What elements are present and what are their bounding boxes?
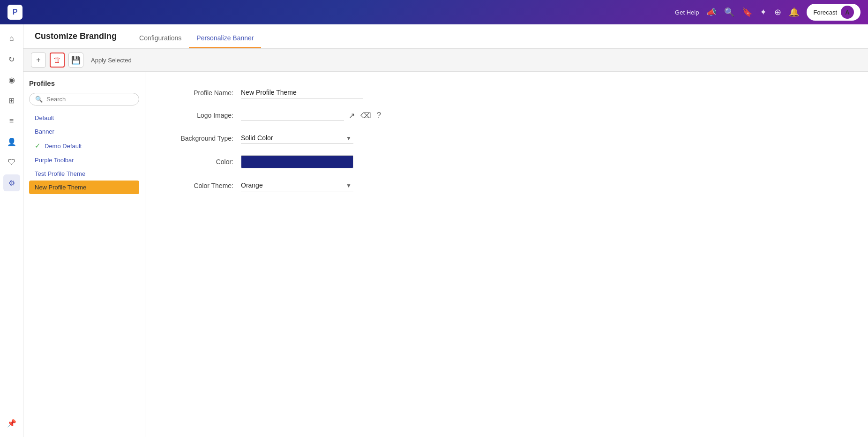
bell-icon[interactable]: 🔔 — [789, 7, 799, 17]
main-layout: ⌂ ↻ ◉ ⊞ ≡ 👤 🛡 ⚙ 📌 Customize Branding Con… — [0, 24, 868, 437]
tab-personalize-banner[interactable]: Personalize Banner — [189, 34, 261, 48]
search-icon[interactable]: 🔍 — [724, 7, 734, 17]
logo-image-label: Logo Image: — [168, 112, 233, 119]
profile-name-label: Profile Name: — [168, 89, 233, 97]
save-button[interactable]: 💾 — [68, 53, 83, 68]
profile-item-demo-default[interactable]: ✓ Demo Default — [29, 138, 139, 153]
sidebar-item-refresh[interactable]: ↻ — [3, 51, 20, 68]
inner-layout: Profiles 🔍 Default Banner ✓ Demo Default… — [23, 72, 868, 437]
logo-help-button[interactable]: ? — [376, 110, 382, 121]
top-navigation: P Get Help 📣 🔍 🔖 ✦ ⊕ 🔔 Forecast A — [0, 0, 868, 24]
profile-label: Test Profile Theme — [35, 170, 85, 177]
profile-item-test-profile-theme[interactable]: Test Profile Theme — [29, 167, 139, 181]
background-type-select[interactable]: Solid Color Gradient Image — [241, 132, 353, 144]
color-label: Color: — [168, 158, 233, 166]
toolbar: + 🗑 💾 Apply Selected — [23, 49, 868, 72]
logo-clear-button[interactable]: ⌫ — [359, 110, 372, 121]
page-title: Customize Branding — [35, 31, 117, 41]
forecast-button[interactable]: Forecast A — [807, 4, 861, 21]
sidebar-item-chart[interactable]: ≡ — [3, 113, 20, 129]
external-link-icon: ↗ — [349, 112, 355, 120]
background-type-control: Solid Color Gradient Image ▼ — [241, 132, 353, 144]
user-avatar: A — [841, 6, 854, 19]
clear-icon: ⌫ — [360, 112, 371, 120]
megaphone-icon[interactable]: 📣 — [706, 7, 717, 17]
background-type-label: Background Type: — [168, 135, 233, 142]
sidebar-item-pin[interactable]: 📌 — [3, 414, 20, 431]
profile-label: Demo Default — [45, 143, 82, 150]
check-icon: ✓ — [35, 142, 41, 150]
sidebar-item-home[interactable]: ⌂ — [3, 30, 20, 47]
logo-external-link-button[interactable]: ↗ — [348, 110, 356, 121]
sidebar-item-grid[interactable]: ⊞ — [3, 92, 20, 109]
color-theme-select[interactable]: Orange Blue Green Red Purple — [241, 180, 353, 191]
sidebar-item-shield[interactable]: 🛡 — [3, 154, 20, 171]
save-icon: 💾 — [71, 56, 81, 65]
app-logo: P — [7, 5, 22, 20]
sidebar-item-location[interactable]: ◉ — [3, 71, 20, 88]
profile-item-purple-toolbar[interactable]: Purple Toolbar — [29, 153, 139, 167]
profile-name-row: Profile Name: — [168, 87, 846, 98]
color-theme-row: Color Theme: Orange Blue Green Red Purpl… — [168, 180, 846, 191]
profile-label: New Profile Theme — [35, 184, 86, 191]
profile-item-new-profile-theme[interactable]: New Profile Theme — [29, 181, 139, 194]
search-box: 🔍 — [29, 93, 139, 105]
content-area: Customize Branding Configurations Person… — [23, 24, 868, 437]
sidebar-icon-panel: ⌂ ↻ ◉ ⊞ ≡ 👤 🛡 ⚙ 📌 — [0, 24, 23, 437]
profile-item-banner[interactable]: Banner — [29, 125, 139, 138]
form-panel: Profile Name: Logo Image: ↗ ⌫ — [145, 72, 868, 437]
add-button[interactable]: + — [31, 53, 46, 68]
profiles-title: Profiles — [29, 79, 139, 87]
background-type-row: Background Type: Solid Color Gradient Im… — [168, 132, 846, 144]
sidebar-item-settings[interactable]: ⚙ — [3, 174, 20, 191]
grid-nav-icon[interactable]: ⊕ — [774, 7, 781, 17]
profiles-panel: Profiles 🔍 Default Banner ✓ Demo Default… — [23, 72, 145, 437]
logo-image-control: ↗ ⌫ ? — [241, 110, 382, 121]
get-help-link[interactable]: Get Help — [675, 9, 699, 16]
profile-label: Purple Toolbar — [35, 157, 74, 164]
compass-icon[interactable]: ✦ — [760, 7, 767, 17]
sidebar-item-person[interactable]: 👤 — [3, 133, 20, 150]
search-input[interactable] — [46, 96, 133, 103]
trash-icon: 🗑 — [53, 56, 61, 64]
tab-bar: Configurations Personalize Banner — [132, 24, 261, 48]
help-icon: ? — [377, 111, 381, 119]
profile-item-default[interactable]: Default — [29, 111, 139, 125]
color-swatch[interactable] — [241, 155, 353, 168]
color-theme-label: Color Theme: — [168, 182, 233, 189]
tab-configurations[interactable]: Configurations — [132, 34, 189, 48]
profile-label: Default — [35, 114, 54, 121]
search-icon-sm: 🔍 — [35, 96, 43, 103]
apply-selected-button[interactable]: Apply Selected — [87, 57, 135, 64]
bookmark-icon[interactable]: 🔖 — [742, 7, 752, 17]
profile-label: Banner — [35, 128, 54, 135]
logo-image-input[interactable] — [241, 110, 344, 121]
forecast-label: Forecast — [813, 9, 837, 16]
page-header: Customize Branding Configurations Person… — [23, 24, 868, 49]
delete-button[interactable]: 🗑 — [50, 53, 65, 68]
color-row: Color: — [168, 155, 846, 168]
color-theme-control: Orange Blue Green Red Purple ▼ — [241, 180, 353, 191]
logo-image-row: Logo Image: ↗ ⌫ ? — [168, 110, 846, 121]
profile-name-input[interactable] — [241, 87, 363, 98]
profile-name-control — [241, 87, 363, 98]
